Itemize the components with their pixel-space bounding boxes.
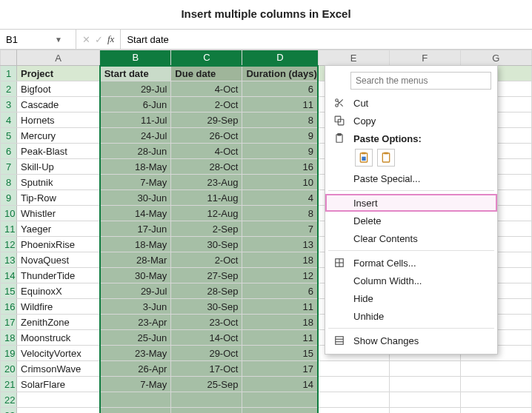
cell-A5[interactable]: Mercury bbox=[17, 128, 100, 144]
cell-B2[interactable]: 29-Jul bbox=[100, 81, 171, 97]
cell-A7[interactable]: Skill-Up bbox=[17, 159, 100, 175]
cell-E23[interactable] bbox=[318, 408, 389, 414]
cell-B9[interactable]: 30-Jun bbox=[100, 190, 171, 206]
cell-D22[interactable] bbox=[242, 392, 318, 408]
cell-D5[interactable]: 9 bbox=[242, 128, 318, 144]
menu-insert[interactable]: Insert bbox=[325, 194, 497, 212]
cell-D1[interactable]: Duration (days) bbox=[242, 66, 318, 81]
cell-D14[interactable]: 12 bbox=[242, 268, 318, 283]
cell-A18[interactable]: Moonstruck bbox=[17, 330, 100, 346]
cell-D20[interactable]: 17 bbox=[242, 361, 318, 377]
cell-D8[interactable]: 10 bbox=[242, 175, 318, 190]
menu-copy[interactable]: Copy bbox=[325, 112, 497, 130]
cell-G21[interactable] bbox=[460, 377, 531, 392]
menu-paste-special[interactable]: Paste Special... bbox=[325, 169, 497, 187]
cell-C12[interactable]: 30-Sep bbox=[171, 237, 242, 252]
cell-D11[interactable]: 7 bbox=[242, 221, 318, 237]
menu-delete[interactable]: Delete bbox=[325, 212, 497, 229]
cell-D4[interactable]: 8 bbox=[242, 113, 318, 128]
row-header-12[interactable]: 12 bbox=[1, 237, 17, 252]
cell-D18[interactable]: 11 bbox=[242, 330, 318, 346]
cell-B14[interactable]: 30-May bbox=[100, 268, 171, 283]
cell-F23[interactable] bbox=[389, 408, 460, 414]
paste-option-keep-source[interactable] bbox=[355, 149, 373, 167]
cell-B23[interactable] bbox=[100, 408, 171, 414]
cell-B12[interactable]: 18-May bbox=[100, 237, 171, 252]
cell-F21[interactable] bbox=[389, 377, 460, 392]
cell-A14[interactable]: ThunderTide bbox=[17, 268, 100, 283]
cell-D19[interactable]: 15 bbox=[242, 346, 318, 361]
cell-B18[interactable]: 25-Jun bbox=[100, 330, 171, 346]
cell-A13[interactable]: NovaQuest bbox=[17, 252, 100, 268]
row-header-4[interactable]: 4 bbox=[1, 113, 17, 128]
cell-D21[interactable]: 14 bbox=[242, 377, 318, 392]
menu-unhide[interactable]: Unhide bbox=[325, 307, 497, 325]
fx-icon[interactable]: fx bbox=[107, 33, 114, 45]
row-header-22[interactable]: 22 bbox=[1, 392, 17, 408]
cell-C21[interactable]: 25-Sep bbox=[171, 377, 242, 392]
formula-input[interactable] bbox=[121, 30, 532, 49]
cell-B3[interactable]: 6-Jun bbox=[100, 97, 171, 113]
cell-B17[interactable]: 23-Apr bbox=[100, 315, 171, 330]
menu-cut[interactable]: Cut bbox=[325, 94, 497, 112]
cell-D13[interactable]: 18 bbox=[242, 252, 318, 268]
cell-F20[interactable] bbox=[389, 361, 460, 377]
row-header-9[interactable]: 9 bbox=[1, 190, 17, 206]
cell-D17[interactable]: 18 bbox=[242, 315, 318, 330]
cell-C15[interactable]: 28-Sep bbox=[171, 283, 242, 299]
cell-B21[interactable]: 7-May bbox=[100, 377, 171, 392]
cell-D6[interactable]: 9 bbox=[242, 144, 318, 159]
row-header-2[interactable]: 2 bbox=[1, 81, 17, 97]
cell-A15[interactable]: EquinoxX bbox=[17, 283, 100, 299]
cell-C9[interactable]: 11-Aug bbox=[171, 190, 242, 206]
row-header-8[interactable]: 8 bbox=[1, 175, 17, 190]
menu-clear-contents[interactable]: Clear Contents bbox=[325, 229, 497, 247]
cell-F22[interactable] bbox=[389, 392, 460, 408]
row-header-20[interactable]: 20 bbox=[1, 361, 17, 377]
row-header-13[interactable]: 13 bbox=[1, 252, 17, 268]
row-header-15[interactable]: 15 bbox=[1, 283, 17, 299]
cell-D15[interactable]: 6 bbox=[242, 283, 318, 299]
cell-B7[interactable]: 18-May bbox=[100, 159, 171, 175]
cell-B1[interactable]: Start date bbox=[100, 66, 171, 81]
column-header-E[interactable]: E bbox=[318, 50, 389, 66]
cell-C13[interactable]: 2-Oct bbox=[171, 252, 242, 268]
cell-C16[interactable]: 30-Sep bbox=[171, 299, 242, 315]
cell-B4[interactable]: 11-Jul bbox=[100, 113, 171, 128]
cell-A21[interactable]: SolarFlare bbox=[17, 377, 100, 392]
row-header-10[interactable]: 10 bbox=[1, 206, 17, 221]
cell-A22[interactable] bbox=[17, 392, 100, 408]
cell-A10[interactable]: Whistler bbox=[17, 206, 100, 221]
cell-C8[interactable]: 23-Aug bbox=[171, 175, 242, 190]
column-header-C[interactable]: C bbox=[171, 50, 242, 66]
row-header-23[interactable]: 23 bbox=[1, 408, 17, 414]
cell-B16[interactable]: 3-Jun bbox=[100, 299, 171, 315]
cell-C19[interactable]: 29-Oct bbox=[171, 346, 242, 361]
row-header-17[interactable]: 17 bbox=[1, 315, 17, 330]
cell-B15[interactable]: 29-Jul bbox=[100, 283, 171, 299]
cell-G22[interactable] bbox=[460, 392, 531, 408]
name-box-dropdown-icon[interactable]: ▼ bbox=[52, 36, 65, 44]
menu-column-width[interactable]: Column Width... bbox=[325, 272, 497, 289]
row-header-6[interactable]: 6 bbox=[1, 144, 17, 159]
cell-C17[interactable]: 23-Oct bbox=[171, 315, 242, 330]
cell-C22[interactable] bbox=[171, 392, 242, 408]
cell-C7[interactable]: 28-Oct bbox=[171, 159, 242, 175]
cell-B6[interactable]: 28-Jun bbox=[100, 144, 171, 159]
cancel-icon[interactable]: ✕ bbox=[82, 34, 90, 45]
cell-C3[interactable]: 2-Oct bbox=[171, 97, 242, 113]
cell-E22[interactable] bbox=[318, 392, 389, 408]
cell-C6[interactable]: 4-Oct bbox=[171, 144, 242, 159]
cell-D7[interactable]: 16 bbox=[242, 159, 318, 175]
menu-format-cells[interactable]: Format Cells... bbox=[325, 254, 497, 272]
cell-D12[interactable]: 13 bbox=[242, 237, 318, 252]
cell-A16[interactable]: Wildfire bbox=[17, 299, 100, 315]
cell-A17[interactable]: ZenithZone bbox=[17, 315, 100, 330]
cell-D23[interactable] bbox=[242, 408, 318, 414]
cell-B13[interactable]: 28-Mar bbox=[100, 252, 171, 268]
cell-E20[interactable] bbox=[318, 361, 389, 377]
cell-E21[interactable] bbox=[318, 377, 389, 392]
column-header-F[interactable]: F bbox=[389, 50, 460, 66]
menu-search-wrap[interactable] bbox=[350, 72, 491, 90]
cell-C11[interactable]: 2-Sep bbox=[171, 221, 242, 237]
